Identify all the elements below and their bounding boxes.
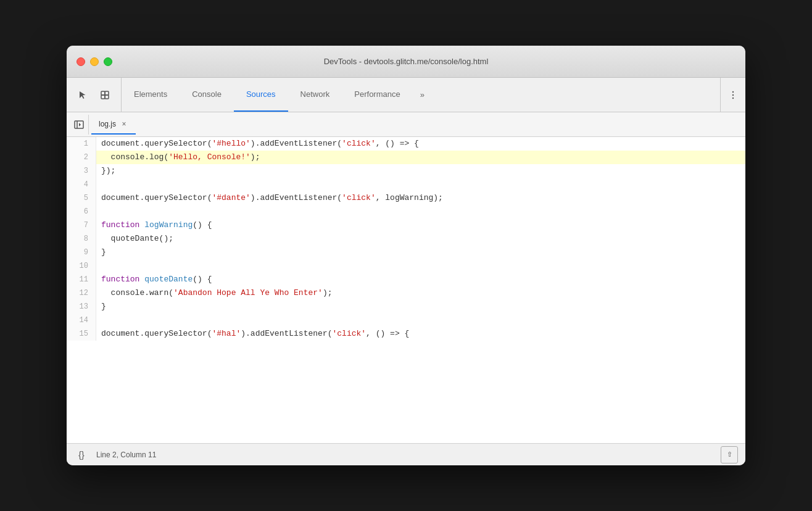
file-tab-close-button[interactable]: × [120, 120, 128, 128]
code-line: 1 document.querySelector('#hello').addEv… [67, 137, 745, 151]
svg-marker-9 [79, 123, 81, 127]
code-line: 9 } [67, 246, 745, 259]
maximize-button[interactable] [104, 57, 112, 66]
tab-list: Elements Console Sources Network Perform… [122, 78, 720, 112]
code-line: 7 function logWarning() { [67, 218, 745, 232]
sidebar-toggle-button[interactable] [69, 115, 89, 135]
code-editor[interactable]: 1 document.querySelector('#hello').addEv… [67, 137, 745, 443]
code-line: 4 [67, 178, 745, 191]
svg-point-6 [732, 97, 734, 98]
code-line: 2 console.log('Hello, Console!'); [67, 151, 745, 164]
tab-network[interactable]: Network [288, 78, 342, 112]
code-line: 6 [67, 205, 745, 218]
main-toolbar: Elements Console Sources Network Perform… [67, 78, 745, 112]
svg-point-5 [732, 94, 734, 95]
toolbar-icon-group [67, 78, 122, 112]
tab-elements[interactable]: Elements [122, 78, 180, 112]
cursor-position: Line 2, Column 11 [96, 451, 156, 459]
svg-rect-1 [105, 91, 109, 95]
format-braces-icon[interactable]: {} [74, 447, 89, 462]
window-title: DevTools - devtools.glitch.me/console/lo… [324, 57, 489, 66]
svg-rect-3 [105, 95, 109, 99]
code-line: 14 [67, 314, 745, 327]
cursor-icon[interactable] [73, 85, 93, 105]
close-button[interactable] [77, 57, 85, 66]
svg-rect-0 [101, 91, 105, 95]
devtools-menu-button[interactable] [720, 78, 745, 112]
svg-rect-2 [101, 95, 105, 99]
traffic-lights [77, 57, 112, 66]
tab-console[interactable]: Console [180, 78, 234, 112]
pretty-print-button[interactable]: ⇧ [721, 446, 738, 463]
devtools-window: DevTools - devtools.glitch.me/console/lo… [67, 46, 745, 465]
code-line: 13 } [67, 300, 745, 314]
more-tabs-button[interactable]: » [413, 78, 432, 112]
tab-performance[interactable]: Performance [342, 78, 412, 112]
titlebar: DevTools - devtools.glitch.me/console/lo… [67, 46, 745, 78]
minimize-button[interactable] [90, 57, 99, 66]
statusbar-end: ⇧ [721, 446, 738, 463]
file-tab-logjs[interactable]: log.js × [91, 115, 136, 135]
code-line: 15 document.querySelector('#hal').addEve… [67, 327, 745, 341]
code-line: 5 document.querySelector('#dante').addEv… [67, 191, 745, 205]
file-tab-name: log.js [99, 120, 116, 128]
code-content: 1 document.querySelector('#hello').addEv… [67, 137, 745, 443]
code-line: 3 }); [67, 164, 745, 178]
tab-sources[interactable]: Sources [234, 78, 288, 112]
code-line: 11 function quoteDante() { [67, 273, 745, 286]
code-line: 12 console.warn('Abandon Hope All Ye Who… [67, 286, 745, 300]
statusbar: {} Line 2, Column 11 ⇧ [67, 443, 745, 465]
code-line: 8 quoteDante(); [67, 232, 745, 246]
file-tabbar: log.js × [67, 112, 745, 137]
inspect-icon[interactable] [95, 85, 115, 105]
code-line: 10 [67, 259, 745, 273]
svg-point-4 [732, 91, 734, 92]
